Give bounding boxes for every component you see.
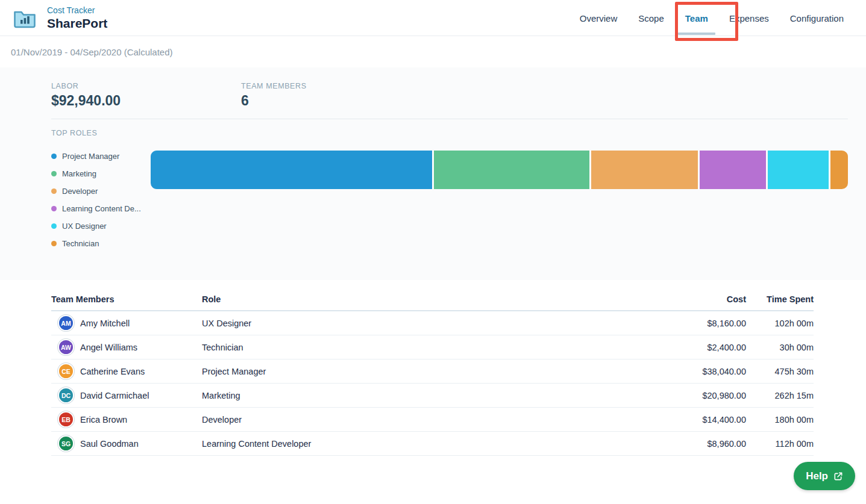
member-name: Erica Brown	[80, 415, 127, 425]
member-role: Developer	[202, 415, 668, 425]
folder-chart-icon	[12, 7, 37, 30]
member-name-cell: AMAmy Mitchell	[51, 315, 202, 331]
member-time-spent: 102h 00m	[746, 319, 814, 328]
member-name: Amy Mitchell	[80, 319, 130, 328]
legend-dot-icon	[51, 206, 57, 211]
table-body: AMAmy MitchellUX Designer$8,160.00102h 0…	[51, 311, 814, 456]
bar-segment-project-manager	[151, 151, 432, 189]
legend-label: Marketing	[62, 169, 96, 178]
bar-segment-technician	[830, 151, 848, 189]
labor-value: $92,940.00	[51, 93, 241, 109]
col-team-members: Team Members	[51, 294, 202, 304]
help-button[interactable]: Help	[794, 462, 855, 490]
team-members-summary: TEAM MEMBERS 6	[241, 82, 307, 109]
page-title: SharePort	[47, 16, 107, 31]
member-name: Angel Williams	[80, 343, 137, 352]
member-name-cell: DCDavid Carmichael	[51, 387, 202, 403]
team-members-value: 6	[241, 93, 307, 109]
legend-dot-icon	[51, 223, 57, 229]
member-role: Learning Content Developer	[202, 439, 668, 449]
legend-label: Developer	[62, 187, 98, 196]
legend-item: Project Manager	[51, 151, 151, 162]
legend-label: Learning Content De...	[62, 204, 141, 213]
member-time-spent: 112h 00m	[746, 439, 814, 449]
legend-dot-icon	[51, 241, 57, 246]
member-time-spent: 475h 30m	[746, 367, 814, 376]
avatar: DC	[58, 387, 74, 403]
avatar: AW	[58, 339, 74, 355]
avatar: CE	[58, 363, 74, 379]
bar-segment-ux-designer	[768, 151, 828, 189]
bar-segment-developer	[591, 151, 698, 189]
help-button-label: Help	[806, 470, 828, 482]
tab-expenses[interactable]: Expenses	[729, 0, 769, 36]
legend-label: UX Designer	[62, 222, 107, 231]
labor-label: LABOR	[51, 82, 241, 90]
avatar: SG	[58, 435, 74, 452]
legend-item: Marketing	[51, 168, 151, 179]
legend-item: Developer	[51, 185, 151, 197]
avatar: AM	[58, 315, 74, 331]
table-header-row: Team Members Role Cost Time Spent	[51, 294, 814, 311]
avatar: EB	[58, 411, 74, 428]
tab-team[interactable]: Team	[685, 0, 708, 36]
member-role: UX Designer	[202, 319, 668, 328]
tab-scope[interactable]: Scope	[638, 0, 664, 36]
member-time-spent: 262h 15m	[746, 391, 814, 400]
app-header: Cost Tracker SharePort OverviewScopeTeam…	[0, 0, 866, 36]
member-name: Catherine Evans	[80, 367, 145, 376]
team-table-section: Team Members Role Cost Time Spent AMAmy …	[0, 280, 866, 456]
member-time-spent: 180h 00m	[746, 415, 814, 425]
summary-panel: LABOR $92,940.00 TEAM MEMBERS 6 TOP ROLE…	[0, 67, 866, 280]
team-members-label: TEAM MEMBERS	[241, 82, 307, 90]
member-cost: $20,980.00	[668, 391, 746, 400]
member-name-cell: AWAngel Williams	[51, 339, 202, 355]
member-cost: $2,400.00	[668, 343, 746, 352]
member-cost: $14,400.00	[668, 415, 746, 425]
legend-label: Technician	[62, 239, 99, 248]
table-row: EBErica BrownDeveloper$14,400.00180h 00m	[51, 408, 814, 432]
date-range-text: 01/Nov/2019 - 04/Sep/2020 (Calculated)	[11, 47, 173, 57]
legend-item: Technician	[51, 238, 151, 249]
nav-tabs: OverviewScopeTeamExpensesConfiguration	[580, 0, 844, 36]
member-cost: $8,160.00	[668, 319, 746, 328]
app-label: Cost Tracker	[47, 5, 107, 16]
table-row: DCDavid CarmichaelMarketing$20,980.00262…	[51, 384, 814, 408]
member-name: Saul Goodman	[80, 439, 139, 449]
member-role: Project Manager	[202, 367, 668, 376]
col-cost: Cost	[668, 294, 746, 304]
member-role: Technician	[202, 343, 668, 352]
member-name-cell: EBErica Brown	[51, 411, 202, 428]
roles-legend: Project ManagerMarketingDeveloperLearnin…	[51, 151, 151, 249]
member-time-spent: 30h 00m	[746, 343, 814, 352]
col-time-spent: Time Spent	[746, 294, 814, 304]
legend-item: UX Designer	[51, 220, 151, 232]
legend-dot-icon	[51, 154, 57, 159]
member-name: David Carmichael	[80, 391, 149, 400]
tab-overview[interactable]: Overview	[580, 0, 618, 36]
member-cost: $38,040.00	[668, 367, 746, 376]
divider	[51, 119, 848, 119]
legend-item: Learning Content De...	[51, 203, 151, 214]
date-range-bar: 01/Nov/2019 - 04/Sep/2020 (Calculated)	[0, 36, 866, 67]
legend-label: Project Manager	[62, 152, 119, 161]
bar-segment-marketing	[434, 151, 589, 189]
member-name-cell: SGSaul Goodman	[51, 435, 202, 452]
bar-segment-learning-content-developer	[700, 151, 766, 189]
top-roles-label: TOP ROLES	[51, 129, 848, 137]
labor-summary: LABOR $92,940.00	[51, 82, 241, 109]
legend-dot-icon	[51, 171, 57, 176]
table-row: CECatherine EvansProject Manager$38,040.…	[51, 359, 814, 384]
table-row: SGSaul GoodmanLearning Content Developer…	[51, 432, 814, 456]
table-row: AMAmy MitchellUX Designer$8,160.00102h 0…	[51, 311, 814, 335]
member-name-cell: CECatherine Evans	[51, 363, 202, 379]
tab-configuration[interactable]: Configuration	[790, 0, 844, 36]
external-link-icon	[833, 471, 843, 481]
table-row: AWAngel WilliamsTechnician$2,400.0030h 0…	[51, 335, 814, 359]
roles-stacked-bar	[151, 151, 848, 189]
col-role: Role	[202, 294, 668, 304]
legend-dot-icon	[51, 188, 57, 194]
member-cost: $8,960.00	[668, 439, 746, 449]
member-role: Marketing	[202, 391, 668, 400]
